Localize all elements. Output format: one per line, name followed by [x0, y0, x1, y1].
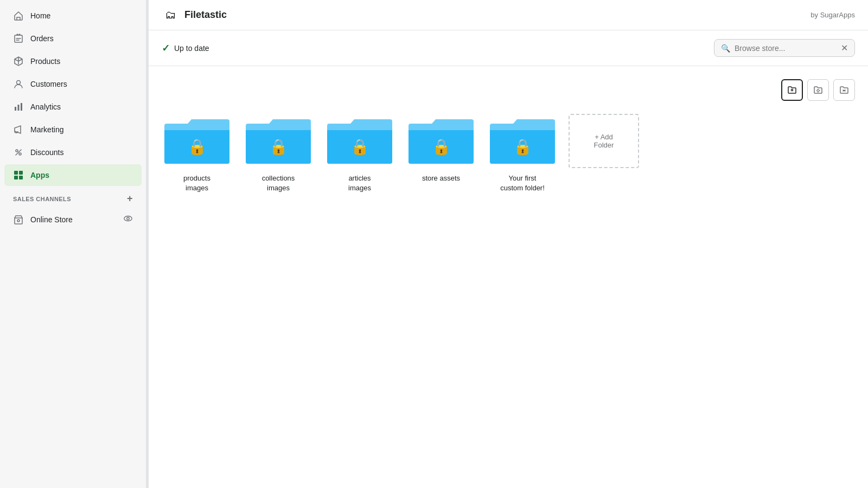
- svg-rect-10: [19, 176, 23, 179]
- status-bar: ✓ Up to date 🔍 ✕: [149, 30, 868, 66]
- sidebar-item-online-store-label: Online Store: [30, 215, 73, 224]
- svg-rect-8: [19, 171, 23, 175]
- sidebar-item-analytics-label: Analytics: [30, 102, 61, 111]
- new-folder-button[interactable]: [781, 79, 803, 101]
- sidebar-item-orders[interactable]: Orders: [4, 28, 142, 49]
- customers-icon: [13, 79, 24, 89]
- search-box[interactable]: 🔍 ✕: [714, 39, 855, 57]
- folder-articles-images-label: articlesimages: [348, 174, 371, 193]
- folder-store-assets[interactable]: 🔒 store assets: [406, 114, 476, 183]
- sales-channels-header: SALES CHANNELS +: [0, 187, 146, 208]
- folder-collections-images[interactable]: 🔒 collectionsimages: [243, 114, 314, 193]
- svg-point-5: [16, 150, 18, 152]
- folder-collections-images-label: collectionsimages: [262, 174, 295, 193]
- sidebar-item-home[interactable]: Home: [4, 5, 142, 27]
- sidebar-item-orders-label: Orders: [30, 34, 54, 43]
- sidebar-item-online-store[interactable]: Online Store: [4, 208, 142, 230]
- svg-point-11: [17, 220, 20, 222]
- add-folder-button[interactable]: + Add Folder: [569, 114, 639, 168]
- eye-icon[interactable]: [123, 214, 133, 225]
- svg-text:🔒: 🔒: [269, 138, 288, 156]
- search-clear-button[interactable]: ✕: [841, 43, 848, 53]
- folder-settings-button[interactable]: [807, 79, 829, 101]
- marketing-icon: [13, 124, 24, 135]
- add-folder-label: + Add Folder: [594, 133, 614, 149]
- sidebar-item-products-label: Products: [30, 57, 60, 66]
- folders-grid: 🔒 productsimages 🔒 collectionsimages: [162, 114, 855, 193]
- add-sales-channel-icon[interactable]: +: [127, 193, 133, 204]
- svg-rect-2: [15, 107, 16, 111]
- sidebar-item-customers-label: Customers: [30, 80, 67, 88]
- folder-store-assets-label: store assets: [422, 174, 460, 183]
- svg-rect-9: [14, 176, 18, 179]
- sidebar-item-marketing-label: Marketing: [30, 125, 63, 134]
- sidebar-item-apps-label: Apps: [30, 171, 49, 179]
- svg-point-13: [127, 217, 130, 220]
- products-icon: [13, 56, 24, 67]
- folder-first-custom[interactable]: 🔒 Your firstcustom folder!: [487, 114, 558, 193]
- main-content: 🗂 Filetastic by SugarApps ✓ Up to date 🔍…: [149, 0, 868, 488]
- svg-text:🔒: 🔒: [432, 138, 451, 156]
- svg-text:🔒: 🔒: [188, 138, 207, 156]
- sidebar-item-products[interactable]: Products: [4, 50, 142, 72]
- sidebar-item-discounts-label: Discounts: [30, 148, 63, 157]
- sidebar-item-discounts[interactable]: Discounts: [4, 142, 142, 163]
- home-icon: [13, 10, 24, 21]
- sidebar: Home Orders Products Customers Analytics…: [0, 0, 146, 488]
- svg-rect-4: [21, 103, 22, 111]
- svg-rect-7: [14, 171, 18, 175]
- analytics-icon: [13, 101, 24, 112]
- app-title: Filetastic: [184, 9, 227, 21]
- by-sugarapps-label: by SugarApps: [810, 11, 855, 19]
- sidebar-item-customers[interactable]: Customers: [4, 73, 142, 95]
- folder-products-images[interactable]: 🔒 productsimages: [162, 114, 232, 193]
- apps-icon: [13, 170, 24, 181]
- discounts-icon: [13, 147, 24, 158]
- content-area: ✓ Up to date 🔍 ✕: [149, 30, 868, 488]
- sidebar-item-analytics[interactable]: Analytics: [4, 96, 142, 118]
- app-topbar: 🗂 Filetastic by SugarApps: [149, 0, 868, 30]
- app-logo: 🗂: [162, 7, 179, 24]
- folder-products-images-label: productsimages: [183, 174, 210, 193]
- svg-text:🔒: 🔒: [513, 138, 532, 156]
- svg-text:🔒: 🔒: [350, 138, 369, 156]
- svg-point-1: [17, 81, 21, 85]
- orders-icon: [13, 33, 24, 44]
- svg-point-6: [19, 153, 21, 155]
- svg-rect-3: [18, 105, 20, 111]
- search-input[interactable]: [735, 44, 837, 53]
- app-title-area: 🗂 Filetastic: [162, 7, 227, 24]
- sidebar-item-home-label: Home: [30, 11, 50, 20]
- check-icon: ✓: [162, 42, 170, 54]
- folders-area: 🔒 productsimages 🔒 collectionsimages: [149, 66, 868, 206]
- delete-folder-button[interactable]: [833, 79, 855, 101]
- sidebar-item-marketing[interactable]: Marketing: [4, 119, 142, 140]
- folder-first-custom-label: Your firstcustom folder!: [500, 174, 545, 193]
- folder-articles-images[interactable]: 🔒 articlesimages: [324, 114, 395, 193]
- sidebar-item-apps[interactable]: Apps: [4, 164, 142, 186]
- online-store-icon: [13, 214, 24, 225]
- add-folder-box[interactable]: + Add Folder: [569, 114, 639, 168]
- svg-point-12: [124, 216, 132, 221]
- status-left: ✓ Up to date: [162, 42, 209, 54]
- search-icon: 🔍: [721, 44, 730, 53]
- toolbar-row: [162, 79, 855, 101]
- status-text: Up to date: [174, 44, 209, 53]
